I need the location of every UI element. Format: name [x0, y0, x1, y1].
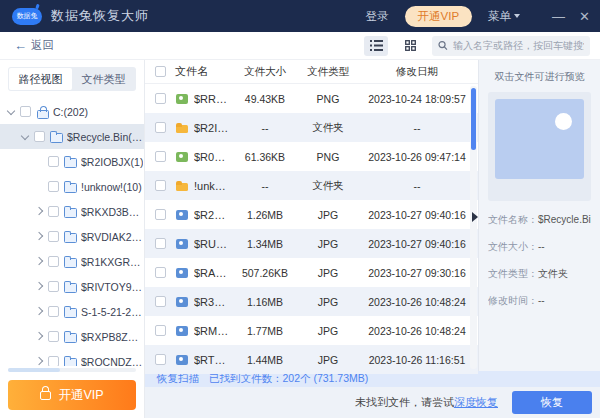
minimize-button[interactable]: — — [552, 10, 565, 23]
tree-item[interactable]: $R1KXGR1(9) — [0, 249, 144, 274]
table-row[interactable]: $R2IOBJX -- 文件夹 -- — [145, 113, 478, 142]
row-checkbox[interactable] — [155, 354, 166, 365]
jpg-image-icon — [175, 267, 189, 279]
file-size: -- — [230, 180, 300, 192]
grid-view-button[interactable] — [398, 36, 422, 56]
back-button[interactable]: ← 返回 — [14, 38, 54, 53]
file-type: PNG — [300, 93, 356, 105]
tab-path-view[interactable]: 路径视图 — [9, 68, 72, 90]
menu-button[interactable]: 菜单 — [488, 9, 520, 24]
row-checkbox[interactable] — [155, 122, 166, 133]
file-date: -- — [356, 122, 478, 134]
table-row[interactable]: $RU88FVA.jpg 1.34MB JPG 2023-10-27 09:40… — [145, 229, 478, 258]
row-checkbox[interactable] — [155, 267, 166, 278]
table-row[interactable]: $RRDKY16.png 49.43KB PNG 2023-10-24 18:0… — [145, 84, 478, 113]
file-size: 1.16MB — [230, 296, 300, 308]
row-checkbox[interactable] — [155, 238, 166, 249]
field-label: 文件名称： — [488, 214, 538, 225]
tree-checkbox[interactable] — [48, 206, 59, 217]
table-row[interactable]: $RTHG1NP.jpg 1.44MB JPG 2023-10-26 11:16… — [145, 345, 478, 374]
tab-file-type[interactable]: 文件类型 — [72, 68, 135, 90]
tree-item-label: $R2IOBJX(1) — [81, 156, 143, 168]
recover-button[interactable]: 恢复 — [512, 391, 592, 414]
folder-icon — [63, 206, 77, 218]
file-type: JPG — [300, 296, 356, 308]
row-checkbox[interactable] — [155, 180, 166, 191]
search-box[interactable] — [432, 36, 590, 56]
tree-item[interactable]: $Recycle.Bin(202) — [0, 124, 144, 149]
row-checkbox[interactable] — [155, 93, 166, 104]
folder-icon — [63, 256, 77, 268]
file-name: $RTHG1NP.jpg — [194, 354, 230, 366]
file-name: $RU88FVA.jpg — [194, 238, 230, 250]
preview-placeholder — [488, 92, 591, 201]
tree-checkbox[interactable] — [48, 181, 59, 192]
tree-item[interactable]: $R2IOBJX(1) — [0, 149, 144, 174]
row-checkbox[interactable] — [155, 151, 166, 162]
table-row[interactable]: $R3GVK7J.jpg 1.16MB JPG 2023-10-26 10:48… — [145, 287, 478, 316]
tree-checkbox[interactable] — [34, 131, 45, 142]
search-input[interactable] — [453, 40, 584, 51]
menu-label: 菜单 — [488, 10, 511, 22]
tree-checkbox[interactable] — [48, 331, 59, 342]
header-size[interactable]: 文件大小 — [230, 65, 300, 79]
file-type: JPG — [300, 267, 356, 279]
row-checkbox[interactable] — [155, 296, 166, 307]
header-type[interactable]: 文件类型 — [300, 65, 356, 79]
file-type: 文件夹 — [300, 179, 356, 193]
table-vertical-scrollbar[interactable] — [470, 86, 477, 369]
tree-item[interactable]: $RQCNDZ6(78) — [0, 349, 144, 366]
tree-item[interactable]: $RXPB8ZO(3) — [0, 324, 144, 349]
tree-item-label: S-1-5-21-2625227 — [81, 306, 144, 318]
table-row[interactable]: !unknow! -- 文件夹 -- — [145, 171, 478, 200]
header-date[interactable]: 修改日期 — [356, 65, 478, 79]
bottom-bar: 未找到文件，请尝试 深度恢复 恢复 — [145, 387, 600, 418]
file-date: 2023-10-26 09:47:14 — [356, 151, 478, 163]
file-date: 2023-10-27 09:30:16 — [356, 267, 478, 279]
tree-item-label: $RQCNDZ6(78) — [81, 356, 144, 367]
row-checkbox[interactable] — [155, 209, 166, 220]
field-label: 文件类型： — [488, 268, 538, 279]
tree-checkbox[interactable] — [20, 106, 31, 117]
tree-checkbox[interactable] — [48, 306, 59, 317]
folder-icon — [63, 231, 77, 243]
close-button[interactable]: ✕ — [579, 10, 590, 23]
tree-item-label: $RKXD3BO(7) — [81, 206, 144, 218]
tree-item[interactable]: $RVDIAK2(6) — [0, 224, 144, 249]
table-row[interactable]: $R0RAPL2.png 61.36KB PNG 2023-10-26 09:4… — [145, 142, 478, 171]
vip-button-bottom[interactable]: 开通VIP — [8, 380, 136, 410]
file-date: 2023-10-26 10:48:24 — [356, 296, 478, 308]
field-value: $Recycle.Bin — [538, 214, 591, 225]
table-row[interactable]: $RAANJW9.jpg 507.26KB JPG 2023-10-27 09:… — [145, 258, 478, 287]
file-size: -- — [230, 122, 300, 134]
tree-checkbox[interactable] — [48, 356, 59, 366]
select-all-checkbox[interactable] — [155, 66, 166, 77]
chevron-down-icon — [514, 14, 520, 18]
file-size: 1.34MB — [230, 238, 300, 250]
tree-checkbox[interactable] — [48, 231, 59, 242]
folder-icon — [49, 131, 63, 143]
tree-item[interactable]: C:(202) — [0, 99, 144, 124]
tree-checkbox[interactable] — [48, 281, 59, 292]
tree-item[interactable]: S-1-5-21-2625227 — [0, 299, 144, 324]
file-type: JPG — [300, 209, 356, 221]
list-view-button[interactable] — [364, 36, 388, 56]
sidebar-horizontal-scrollbar[interactable] — [8, 368, 136, 372]
tree-item[interactable]: $RKXD3BO(7) — [0, 199, 144, 224]
row-checkbox[interactable] — [155, 325, 166, 336]
tree-checkbox[interactable] — [48, 156, 59, 167]
vip-button-titlebar[interactable]: 开通VIP — [405, 6, 473, 27]
table-row[interactable]: $R2TMPRR.jpg 1.26MB JPG 2023-10-27 09:40… — [145, 200, 478, 229]
header-name[interactable]: 文件名 — [175, 64, 230, 79]
app-logo-text: 数据兔 — [17, 11, 38, 21]
panel-collapse-icon[interactable] — [472, 212, 478, 222]
file-date: 2023-10-24 18:09:57 — [356, 93, 478, 105]
tree-checkbox[interactable] — [48, 256, 59, 267]
tree-item[interactable]: $RIVTOY9(3) — [0, 274, 144, 299]
file-name: $R0RAPL2.png — [194, 151, 230, 163]
file-name: $RRDKY16.png — [194, 93, 230, 105]
login-button[interactable]: 登录 — [366, 9, 389, 24]
table-row[interactable]: $RM71WKN.jpg 1.77MB JPG 2023-10-26 10:48… — [145, 316, 478, 345]
tree-item[interactable]: !unknow!(10) — [0, 174, 144, 199]
deep-recovery-link[interactable]: 深度恢复 — [454, 395, 498, 410]
